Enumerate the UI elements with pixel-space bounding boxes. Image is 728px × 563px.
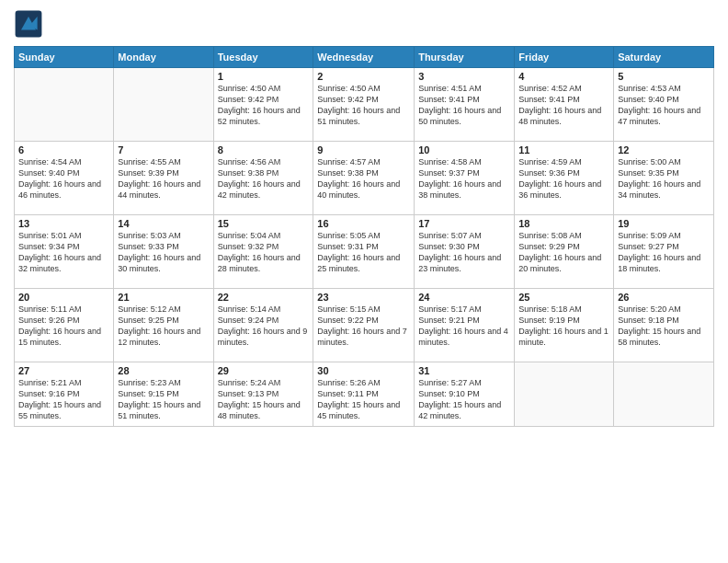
day-info: Sunrise: 4:50 AM Sunset: 9:42 PM Dayligh… — [317, 83, 410, 128]
day-number: 28 — [118, 365, 209, 376]
day-info: Sunrise: 4:58 AM Sunset: 9:37 PM Dayligh… — [418, 156, 510, 201]
day-info: Sunrise: 5:00 AM Sunset: 9:35 PM Dayligh… — [618, 156, 710, 201]
calendar: SundayMondayTuesdayWednesdayThursdayFrid… — [14, 46, 714, 427]
calendar-cell: 28Sunrise: 5:23 AM Sunset: 9:15 PM Dayli… — [114, 362, 213, 427]
calendar-cell: 23Sunrise: 5:15 AM Sunset: 9:22 PM Dayli… — [313, 289, 415, 362]
calendar-week-row: 20Sunrise: 5:11 AM Sunset: 9:26 PM Dayli… — [15, 289, 714, 362]
day-info: Sunrise: 5:14 AM Sunset: 9:24 PM Dayligh… — [218, 304, 310, 349]
calendar-header-wednesday: Wednesday — [313, 47, 415, 68]
day-info: Sunrise: 4:59 AM Sunset: 9:36 PM Dayligh… — [518, 156, 609, 201]
day-number: 8 — [218, 144, 310, 155]
calendar-cell: 7Sunrise: 4:55 AM Sunset: 9:39 PM Daylig… — [114, 142, 213, 215]
day-info: Sunrise: 4:57 AM Sunset: 9:38 PM Dayligh… — [317, 156, 410, 201]
day-info: Sunrise: 5:21 AM Sunset: 9:16 PM Dayligh… — [18, 377, 109, 422]
day-number: 3 — [418, 71, 510, 82]
calendar-cell: 22Sunrise: 5:14 AM Sunset: 9:24 PM Dayli… — [213, 289, 313, 362]
day-info: Sunrise: 5:23 AM Sunset: 9:15 PM Dayligh… — [118, 377, 209, 422]
calendar-cell: 24Sunrise: 5:17 AM Sunset: 9:21 PM Dayli… — [415, 289, 515, 362]
day-info: Sunrise: 5:15 AM Sunset: 9:22 PM Dayligh… — [317, 304, 410, 349]
calendar-cell: 2Sunrise: 4:50 AM Sunset: 9:42 PM Daylig… — [313, 68, 415, 142]
calendar-cell: 30Sunrise: 5:26 AM Sunset: 9:11 PM Dayli… — [313, 362, 415, 427]
day-info: Sunrise: 5:24 AM Sunset: 9:13 PM Dayligh… — [218, 377, 310, 422]
calendar-cell: 1Sunrise: 4:50 AM Sunset: 9:42 PM Daylig… — [213, 68, 313, 142]
day-number: 13 — [18, 218, 109, 229]
day-number: 26 — [618, 292, 710, 303]
day-number: 6 — [18, 144, 109, 155]
day-number: 5 — [618, 71, 710, 82]
calendar-header-friday: Friday — [515, 47, 614, 68]
calendar-header-thursday: Thursday — [415, 47, 515, 68]
calendar-week-row: 27Sunrise: 5:21 AM Sunset: 9:16 PM Dayli… — [15, 362, 714, 427]
calendar-cell: 3Sunrise: 4:51 AM Sunset: 9:41 PM Daylig… — [415, 68, 515, 142]
calendar-week-row: 1Sunrise: 4:50 AM Sunset: 9:42 PM Daylig… — [15, 68, 714, 142]
day-info: Sunrise: 5:03 AM Sunset: 9:33 PM Dayligh… — [118, 230, 209, 275]
calendar-cell: 21Sunrise: 5:12 AM Sunset: 9:25 PM Dayli… — [114, 289, 213, 362]
day-number: 31 — [418, 365, 510, 376]
page: SundayMondayTuesdayWednesdayThursdayFrid… — [0, 0, 728, 563]
calendar-cell: 17Sunrise: 5:07 AM Sunset: 9:30 PM Dayli… — [415, 215, 515, 289]
calendar-cell: 26Sunrise: 5:20 AM Sunset: 9:18 PM Dayli… — [614, 289, 714, 362]
day-number: 18 — [518, 218, 609, 229]
day-number: 2 — [317, 71, 410, 82]
calendar-cell: 20Sunrise: 5:11 AM Sunset: 9:26 PM Dayli… — [15, 289, 114, 362]
calendar-cell — [114, 68, 213, 142]
day-number: 11 — [518, 144, 609, 155]
day-info: Sunrise: 5:01 AM Sunset: 9:34 PM Dayligh… — [18, 230, 109, 275]
day-info: Sunrise: 5:05 AM Sunset: 9:31 PM Dayligh… — [317, 230, 410, 275]
calendar-cell: 14Sunrise: 5:03 AM Sunset: 9:33 PM Dayli… — [114, 215, 213, 289]
calendar-cell — [515, 362, 614, 427]
calendar-cell — [614, 362, 714, 427]
calendar-cell — [15, 68, 114, 142]
calendar-cell: 11Sunrise: 4:59 AM Sunset: 9:36 PM Dayli… — [515, 142, 614, 215]
day-info: Sunrise: 5:17 AM Sunset: 9:21 PM Dayligh… — [418, 304, 510, 349]
calendar-header-monday: Monday — [114, 47, 213, 68]
day-number: 24 — [418, 292, 510, 303]
day-info: Sunrise: 4:56 AM Sunset: 9:38 PM Dayligh… — [218, 156, 310, 201]
calendar-header-sunday: Sunday — [15, 47, 114, 68]
calendar-cell: 9Sunrise: 4:57 AM Sunset: 9:38 PM Daylig… — [313, 142, 415, 215]
calendar-cell: 27Sunrise: 5:21 AM Sunset: 9:16 PM Dayli… — [15, 362, 114, 427]
day-number: 23 — [317, 292, 410, 303]
calendar-header-saturday: Saturday — [614, 47, 714, 68]
day-number: 20 — [18, 292, 109, 303]
day-number: 7 — [118, 144, 209, 155]
calendar-cell: 16Sunrise: 5:05 AM Sunset: 9:31 PM Dayli… — [313, 215, 415, 289]
day-number: 16 — [317, 218, 410, 229]
day-number: 25 — [518, 292, 609, 303]
day-info: Sunrise: 5:27 AM Sunset: 9:10 PM Dayligh… — [418, 377, 510, 422]
calendar-cell: 31Sunrise: 5:27 AM Sunset: 9:10 PM Dayli… — [415, 362, 515, 427]
day-info: Sunrise: 5:07 AM Sunset: 9:30 PM Dayligh… — [418, 230, 510, 275]
day-number: 15 — [218, 218, 310, 229]
day-info: Sunrise: 5:11 AM Sunset: 9:26 PM Dayligh… — [18, 304, 109, 349]
calendar-cell: 10Sunrise: 4:58 AM Sunset: 9:37 PM Dayli… — [415, 142, 515, 215]
day-info: Sunrise: 5:08 AM Sunset: 9:29 PM Dayligh… — [518, 230, 609, 275]
day-number: 29 — [218, 365, 310, 376]
day-info: Sunrise: 5:18 AM Sunset: 9:19 PM Dayligh… — [518, 304, 609, 349]
day-number: 22 — [218, 292, 310, 303]
calendar-cell: 19Sunrise: 5:09 AM Sunset: 9:27 PM Dayli… — [614, 215, 714, 289]
calendar-cell: 29Sunrise: 5:24 AM Sunset: 9:13 PM Dayli… — [213, 362, 313, 427]
day-info: Sunrise: 4:54 AM Sunset: 9:40 PM Dayligh… — [18, 156, 109, 201]
calendar-cell: 18Sunrise: 5:08 AM Sunset: 9:29 PM Dayli… — [515, 215, 614, 289]
day-info: Sunrise: 4:50 AM Sunset: 9:42 PM Dayligh… — [218, 83, 310, 128]
calendar-week-row: 6Sunrise: 4:54 AM Sunset: 9:40 PM Daylig… — [15, 142, 714, 215]
day-number: 10 — [418, 144, 510, 155]
calendar-week-row: 13Sunrise: 5:01 AM Sunset: 9:34 PM Dayli… — [15, 215, 714, 289]
day-number: 21 — [118, 292, 209, 303]
logo-icon — [14, 9, 43, 39]
calendar-cell: 13Sunrise: 5:01 AM Sunset: 9:34 PM Dayli… — [15, 215, 114, 289]
calendar-cell: 15Sunrise: 5:04 AM Sunset: 9:32 PM Dayli… — [213, 215, 313, 289]
day-info: Sunrise: 5:04 AM Sunset: 9:32 PM Dayligh… — [218, 230, 310, 275]
calendar-cell: 4Sunrise: 4:52 AM Sunset: 9:41 PM Daylig… — [515, 68, 614, 142]
calendar-header-tuesday: Tuesday — [213, 47, 313, 68]
day-info: Sunrise: 4:53 AM Sunset: 9:40 PM Dayligh… — [618, 83, 710, 128]
calendar-cell: 25Sunrise: 5:18 AM Sunset: 9:19 PM Dayli… — [515, 289, 614, 362]
logo — [14, 9, 47, 39]
calendar-header-row: SundayMondayTuesdayWednesdayThursdayFrid… — [15, 47, 714, 68]
day-number: 27 — [18, 365, 109, 376]
day-number: 1 — [218, 71, 310, 82]
day-number: 4 — [518, 71, 609, 82]
day-number: 9 — [317, 144, 410, 155]
day-info: Sunrise: 4:52 AM Sunset: 9:41 PM Dayligh… — [518, 83, 609, 128]
day-info: Sunrise: 4:55 AM Sunset: 9:39 PM Dayligh… — [118, 156, 209, 201]
